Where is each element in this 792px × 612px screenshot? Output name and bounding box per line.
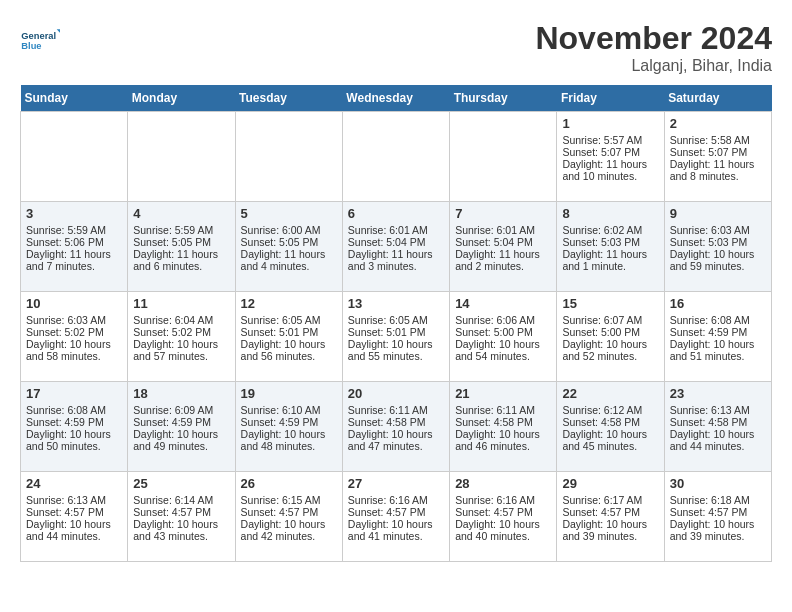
day-info: Sunrise: 6:09 AM (133, 404, 229, 416)
svg-marker-2 (57, 29, 60, 36)
day-info: Sunset: 4:57 PM (133, 506, 229, 518)
calendar-cell: 7Sunrise: 6:01 AMSunset: 5:04 PMDaylight… (450, 202, 557, 292)
day-info: Daylight: 10 hours and 59 minutes. (670, 248, 766, 272)
day-info: Sunrise: 6:16 AM (348, 494, 444, 506)
day-number: 29 (562, 476, 658, 491)
calendar-cell: 5Sunrise: 6:00 AMSunset: 5:05 PMDaylight… (235, 202, 342, 292)
weekday-tuesday: Tuesday (235, 85, 342, 112)
day-info: Sunset: 5:04 PM (348, 236, 444, 248)
day-info: Sunrise: 5:57 AM (562, 134, 658, 146)
day-info: Sunset: 4:59 PM (670, 326, 766, 338)
day-number: 22 (562, 386, 658, 401)
day-info: Daylight: 10 hours and 44 minutes. (26, 518, 122, 542)
weekday-saturday: Saturday (664, 85, 771, 112)
day-info: Daylight: 10 hours and 52 minutes. (562, 338, 658, 362)
day-info: Sunset: 5:04 PM (455, 236, 551, 248)
day-info: Sunrise: 6:00 AM (241, 224, 337, 236)
day-number: 14 (455, 296, 551, 311)
weekday-monday: Monday (128, 85, 235, 112)
day-number: 17 (26, 386, 122, 401)
calendar-cell: 20Sunrise: 6:11 AMSunset: 4:58 PMDayligh… (342, 382, 449, 472)
day-info: Daylight: 11 hours and 4 minutes. (241, 248, 337, 272)
day-info: Sunset: 5:03 PM (562, 236, 658, 248)
weekday-wednesday: Wednesday (342, 85, 449, 112)
calendar-week-row: 3Sunrise: 5:59 AMSunset: 5:06 PMDaylight… (21, 202, 772, 292)
calendar-cell: 9Sunrise: 6:03 AMSunset: 5:03 PMDaylight… (664, 202, 771, 292)
calendar-cell: 16Sunrise: 6:08 AMSunset: 4:59 PMDayligh… (664, 292, 771, 382)
day-info: Sunset: 5:06 PM (26, 236, 122, 248)
day-info: Sunrise: 6:01 AM (455, 224, 551, 236)
calendar-cell: 17Sunrise: 6:08 AMSunset: 4:59 PMDayligh… (21, 382, 128, 472)
day-info: Sunset: 5:07 PM (670, 146, 766, 158)
calendar-cell: 3Sunrise: 5:59 AMSunset: 5:06 PMDaylight… (21, 202, 128, 292)
calendar-cell: 11Sunrise: 6:04 AMSunset: 5:02 PMDayligh… (128, 292, 235, 382)
day-info: Daylight: 10 hours and 51 minutes. (670, 338, 766, 362)
calendar-cell: 21Sunrise: 6:11 AMSunset: 4:58 PMDayligh… (450, 382, 557, 472)
day-info: Sunrise: 6:01 AM (348, 224, 444, 236)
day-info: Sunset: 4:57 PM (241, 506, 337, 518)
calendar-cell: 24Sunrise: 6:13 AMSunset: 4:57 PMDayligh… (21, 472, 128, 562)
day-info: Sunset: 5:01 PM (348, 326, 444, 338)
day-info: Sunset: 4:57 PM (562, 506, 658, 518)
day-info: Sunset: 5:02 PM (133, 326, 229, 338)
day-info: Sunrise: 6:05 AM (348, 314, 444, 326)
day-info: Daylight: 10 hours and 44 minutes. (670, 428, 766, 452)
calendar-cell: 26Sunrise: 6:15 AMSunset: 4:57 PMDayligh… (235, 472, 342, 562)
day-info: Daylight: 10 hours and 39 minutes. (670, 518, 766, 542)
day-number: 13 (348, 296, 444, 311)
day-number: 9 (670, 206, 766, 221)
day-info: Sunrise: 6:11 AM (455, 404, 551, 416)
day-number: 19 (241, 386, 337, 401)
calendar-cell (21, 112, 128, 202)
day-info: Sunset: 5:05 PM (241, 236, 337, 248)
day-info: Sunset: 4:59 PM (26, 416, 122, 428)
day-info: Sunset: 4:58 PM (670, 416, 766, 428)
calendar-cell: 4Sunrise: 5:59 AMSunset: 5:05 PMDaylight… (128, 202, 235, 292)
weekday-thursday: Thursday (450, 85, 557, 112)
day-number: 27 (348, 476, 444, 491)
calendar-cell (450, 112, 557, 202)
day-info: Daylight: 10 hours and 40 minutes. (455, 518, 551, 542)
calendar-week-row: 1Sunrise: 5:57 AMSunset: 5:07 PMDaylight… (21, 112, 772, 202)
day-number: 7 (455, 206, 551, 221)
day-info: Sunrise: 5:59 AM (26, 224, 122, 236)
calendar-cell: 27Sunrise: 6:16 AMSunset: 4:57 PMDayligh… (342, 472, 449, 562)
day-number: 12 (241, 296, 337, 311)
day-info: Daylight: 10 hours and 55 minutes. (348, 338, 444, 362)
day-info: Daylight: 10 hours and 42 minutes. (241, 518, 337, 542)
weekday-friday: Friday (557, 85, 664, 112)
calendar-week-row: 10Sunrise: 6:03 AMSunset: 5:02 PMDayligh… (21, 292, 772, 382)
day-number: 20 (348, 386, 444, 401)
calendar-week-row: 17Sunrise: 6:08 AMSunset: 4:59 PMDayligh… (21, 382, 772, 472)
day-info: Daylight: 11 hours and 6 minutes. (133, 248, 229, 272)
calendar-cell (128, 112, 235, 202)
day-info: Daylight: 10 hours and 50 minutes. (26, 428, 122, 452)
day-info: Sunset: 4:59 PM (133, 416, 229, 428)
day-info: Sunrise: 6:14 AM (133, 494, 229, 506)
day-info: Daylight: 10 hours and 41 minutes. (348, 518, 444, 542)
day-info: Sunrise: 6:18 AM (670, 494, 766, 506)
day-number: 18 (133, 386, 229, 401)
day-number: 25 (133, 476, 229, 491)
day-info: Sunrise: 6:02 AM (562, 224, 658, 236)
header: General Blue November 2024 Lalganj, Biha… (20, 20, 772, 75)
day-info: Daylight: 10 hours and 56 minutes. (241, 338, 337, 362)
calendar-cell: 8Sunrise: 6:02 AMSunset: 5:03 PMDaylight… (557, 202, 664, 292)
day-info: Sunset: 5:02 PM (26, 326, 122, 338)
day-info: Daylight: 10 hours and 46 minutes. (455, 428, 551, 452)
day-number: 26 (241, 476, 337, 491)
calendar-cell: 23Sunrise: 6:13 AMSunset: 4:58 PMDayligh… (664, 382, 771, 472)
day-info: Daylight: 11 hours and 10 minutes. (562, 158, 658, 182)
day-number: 1 (562, 116, 658, 131)
day-info: Sunset: 4:58 PM (455, 416, 551, 428)
calendar-cell: 25Sunrise: 6:14 AMSunset: 4:57 PMDayligh… (128, 472, 235, 562)
day-info: Sunrise: 6:12 AM (562, 404, 658, 416)
month-title: November 2024 (535, 20, 772, 57)
day-info: Sunrise: 6:11 AM (348, 404, 444, 416)
calendar-week-row: 24Sunrise: 6:13 AMSunset: 4:57 PMDayligh… (21, 472, 772, 562)
calendar-cell: 15Sunrise: 6:07 AMSunset: 5:00 PMDayligh… (557, 292, 664, 382)
day-info: Sunset: 4:58 PM (348, 416, 444, 428)
day-info: Sunset: 4:59 PM (241, 416, 337, 428)
day-info: Sunrise: 6:07 AM (562, 314, 658, 326)
day-number: 5 (241, 206, 337, 221)
